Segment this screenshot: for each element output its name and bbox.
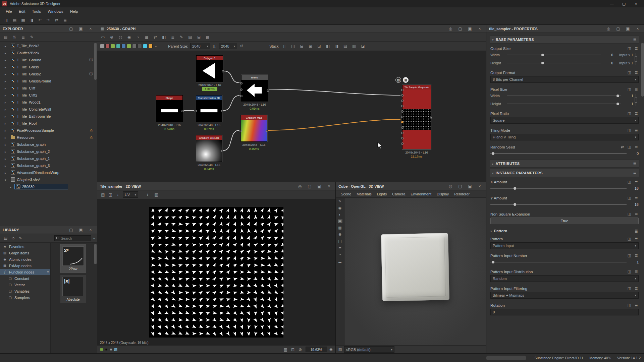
pin-icon[interactable]: ◎ (447, 183, 454, 190)
input-port[interactable] (401, 89, 404, 91)
input-port[interactable] (401, 94, 404, 97)
caret-icon[interactable] (5, 149, 9, 154)
snap-icon[interactable]: ⊞ (195, 34, 203, 41)
save-icon[interactable]: ▦ (19, 17, 27, 23)
explorer-item-t-tile-grass[interactable]: T_Tile_Grass (0, 63, 97, 70)
bg-checker-icon[interactable]: ▩ (113, 347, 118, 352)
float-icon[interactable]: ▢ (457, 25, 464, 32)
input-port[interactable] (239, 130, 242, 132)
texture-preview[interactable] (149, 207, 283, 338)
shuffle-icon[interactable]: ⇄ (620, 145, 625, 149)
library-category-atomic-nodes[interactable]: ◆Atomic nodes (0, 256, 50, 262)
explorer-item-t-tile-cliff2[interactable]: T_Tile_Cliff2 (0, 92, 97, 99)
expose-parameter-icon[interactable]: ◫ (627, 46, 632, 51)
explorer-item-substance-graph-2[interactable]: Substance_graph_2 (0, 148, 97, 155)
pixel-size-slider[interactable] (507, 94, 621, 98)
curve-icon[interactable]: ~ (338, 252, 342, 256)
maximize-icon[interactable]: ▣ (77, 25, 85, 32)
view-3d-menu-lights[interactable]: Lights (375, 191, 389, 197)
menu-icon[interactable]: ≣ (634, 111, 639, 116)
random-seed-slider[interactable] (490, 152, 627, 156)
scrollbar[interactable] (94, 43, 97, 80)
link-mode-icon[interactable]: ⇄ (152, 34, 159, 41)
menu-windows[interactable]: Windows (45, 8, 66, 14)
filter-swatch-9[interactable] (148, 44, 153, 48)
expose-parameter-icon[interactable]: ◫ (627, 87, 632, 92)
expose-parameter-icon[interactable]: ◫ (627, 253, 632, 258)
menu-tools[interactable]: Tools (29, 8, 44, 14)
menu-icon[interactable]: ≣ (634, 212, 639, 216)
output-size-slider[interactable] (507, 61, 601, 65)
node-blend[interactable]: Blend (241, 75, 268, 102)
menu-edit[interactable]: Edit (16, 8, 29, 14)
view-3d-menu-renderer[interactable]: Renderer (452, 191, 472, 197)
library-category-constant[interactable]: ▢Constant (0, 275, 50, 282)
menu-icon[interactable]: ≣ (634, 237, 639, 241)
input-port[interactable] (401, 100, 404, 102)
library-category-favorites[interactable]: ★Favorites (0, 243, 50, 250)
wireframe-icon[interactable]: ▢ (338, 239, 342, 243)
histogram-icon[interactable]: ▥ (153, 191, 160, 198)
menu-icon[interactable]: ≣ (634, 46, 639, 51)
menu-file[interactable]: File (3, 8, 15, 14)
filter-swatch-5[interactable] (127, 44, 131, 48)
maximize-icon[interactable]: ▣ (77, 227, 85, 233)
export-icon[interactable]: ◨ (28, 17, 35, 23)
caret-icon[interactable] (5, 79, 9, 83)
caret-icon[interactable] (5, 58, 9, 62)
view-mode-icon[interactable]: ▤ (2, 235, 9, 242)
section-attributes[interactable]: ATTRIBUTES≣ (490, 160, 639, 168)
menu-icon[interactable]: ≣ (634, 87, 639, 92)
expose-parameter-icon[interactable]: ◫ (627, 180, 632, 184)
explorer-item-substance-graph[interactable]: Substance_graph (0, 141, 97, 148)
input-port[interactable] (240, 95, 243, 97)
minimize-button[interactable]: — (606, 0, 618, 7)
move-tool-icon[interactable]: ⊕ (108, 34, 115, 41)
menu-icon[interactable]: ≣ (634, 180, 639, 184)
explorer-item-250630[interactable]: 250630 (0, 183, 97, 190)
explorer-item-substance-graph-3[interactable]: Substance_graph_3 (0, 162, 97, 169)
pattern-input-distribution-dropdown[interactable]: Random▾ (490, 275, 639, 282)
output-port[interactable] (221, 150, 223, 152)
filter-swatch-7[interactable] (138, 44, 142, 48)
colorspace-dropdown[interactable]: sRGB (default)▾ (344, 346, 394, 353)
library-category-graph-items[interactable]: ▤Graph items (0, 250, 50, 256)
input-port[interactable] (401, 142, 404, 145)
chart-icon[interactable]: ▤ (186, 34, 194, 41)
explorer-item-t-tile-concretewall[interactable]: T_Tile_ConcreteWall (0, 106, 97, 113)
menu-icon[interactable]: ≣ (634, 303, 639, 307)
output-port[interactable] (267, 89, 269, 92)
explorer-item-t-tile-brick2[interactable]: T_Tile_Brick2 (0, 42, 97, 49)
export-image-icon[interactable]: ↓ (114, 191, 121, 198)
overflow-chevron[interactable] (155, 44, 157, 48)
input-port[interactable] (401, 132, 404, 134)
pattern-dropdown[interactable]: Pattern Input▾ (490, 242, 639, 249)
caret-icon[interactable] (10, 185, 14, 189)
float-icon[interactable]: ▢ (614, 25, 622, 32)
grid-toggle-icon[interactable]: ▩ (204, 34, 211, 41)
pattern-badge-icon[interactable]: ▨ (395, 77, 401, 83)
input-port[interactable] (195, 110, 197, 112)
caret-icon[interactable] (5, 86, 9, 90)
output-port[interactable] (221, 110, 223, 112)
open-file-icon[interactable]: ▤ (11, 17, 18, 23)
slider-handle[interactable] (514, 203, 516, 206)
filter-swatch-0[interactable] (100, 44, 104, 48)
align-right-icon[interactable]: ⊡ (316, 43, 323, 50)
grid-icon[interactable]: ▦ (143, 34, 150, 41)
close-button[interactable]: × (630, 0, 642, 7)
tiling-icon[interactable]: ▦ (282, 346, 289, 353)
caret-icon[interactable] (5, 100, 9, 104)
undo-icon[interactable]: ↶ (36, 17, 44, 23)
copy-image-icon[interactable]: ◫ (107, 191, 114, 198)
light-icon[interactable]: ◉ (338, 206, 342, 210)
caret-icon[interactable] (5, 65, 9, 69)
caret-icon[interactable] (5, 157, 9, 161)
new-package-icon[interactable]: ◫ (3, 17, 10, 23)
input-port[interactable] (401, 110, 404, 113)
slider-handle[interactable] (492, 152, 494, 155)
explorer-item-t-tile-wood1[interactable]: T_Tile_Wood1 (0, 99, 97, 106)
menu-icon[interactable]: ≣ (634, 196, 639, 200)
explorer-item-t-tile-roof[interactable]: T_Tile_Roof (0, 120, 97, 127)
auto-layout-icon[interactable]: ≣ (169, 34, 176, 41)
